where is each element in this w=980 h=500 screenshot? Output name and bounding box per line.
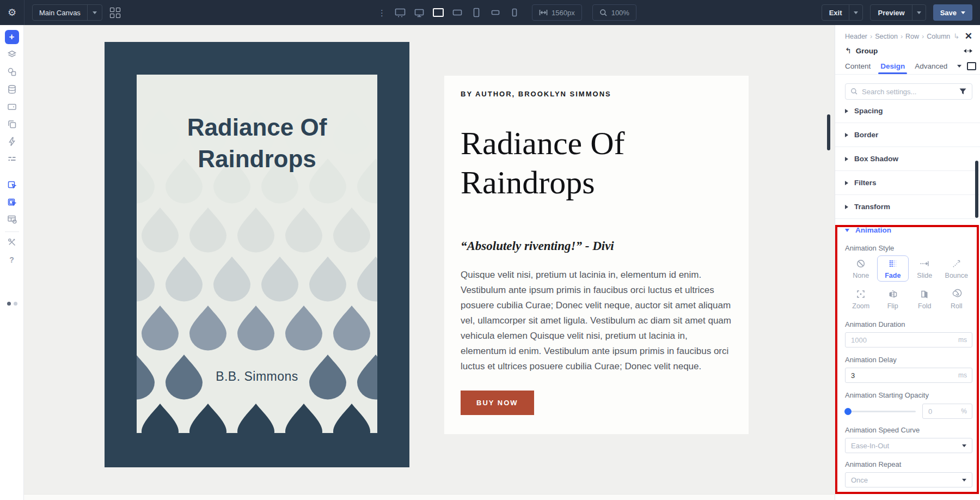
book-cover-module[interactable]: Radiance Of Raindrops B.B. Simmons <box>105 42 409 467</box>
breadcrumb-item-section[interactable]: Section <box>875 33 898 40</box>
search-input[interactable] <box>862 88 959 96</box>
canvas-selector-dropdown[interactable]: Main Canvas <box>32 4 102 21</box>
lightning-icon[interactable] <box>5 135 19 149</box>
chevron-down-icon <box>962 444 966 447</box>
device-desktop-large-icon[interactable] <box>393 4 407 21</box>
device-phone-portrait-icon[interactable] <box>507 4 522 21</box>
canvas-width-control[interactable]: 1560px <box>532 4 582 21</box>
zoom-control[interactable]: 100% <box>592 4 636 21</box>
fold-icon <box>919 289 930 300</box>
breadcrumb-item-row[interactable]: Row <box>905 33 919 40</box>
section-filters[interactable]: Filters <box>835 171 980 195</box>
preset-box-icon[interactable] <box>967 62 976 70</box>
opacity-input[interactable] <box>923 404 972 418</box>
breadcrumb-item-column[interactable]: Column <box>927 33 950 40</box>
builder-canvas: Radiance Of Raindrops B.B. Simmons BY AU… <box>24 25 835 500</box>
opacity-slider-thumb[interactable] <box>844 408 852 415</box>
review-quote[interactable]: “Absolutely riventing!” - Divi <box>461 239 732 253</box>
style-zoom-option[interactable]: Zoom <box>845 286 877 312</box>
opacity-slider[interactable] <box>845 411 916 412</box>
more-options-icon[interactable]: ⋮ <box>378 10 386 16</box>
settings-gear-icon[interactable]: ⚙ <box>0 7 24 19</box>
device-phone-landscape-icon[interactable] <box>488 4 503 21</box>
style-fade-option[interactable]: Fade <box>877 255 909 282</box>
window-scrollbar[interactable] <box>975 161 978 218</box>
tab-content[interactable]: Content <box>845 58 871 74</box>
tabs-more-chevron-icon[interactable] <box>957 65 961 68</box>
chevron-down-icon <box>962 479 966 481</box>
exit-button[interactable]: Exit <box>822 4 863 21</box>
chevron-right-icon <box>845 157 848 161</box>
close-icon[interactable]: ✕ <box>965 33 972 40</box>
style-bounce-option[interactable]: Bounce <box>941 255 973 282</box>
filter-funnel-icon[interactable] <box>959 88 967 95</box>
help-icon[interactable]: ? <box>5 253 19 267</box>
body-paragraph[interactable]: Quisque velit nisi, pretium ut lacinia i… <box>461 267 732 374</box>
panel-resize-icon[interactable] <box>964 47 972 54</box>
layout-grid-icon[interactable] <box>110 8 120 18</box>
speed-curve-value: Ease-In-Out <box>851 442 889 450</box>
device-tablet-landscape-icon[interactable] <box>450 4 464 21</box>
device-desktop-icon[interactable] <box>412 4 426 21</box>
section-transform[interactable]: Transform <box>835 195 980 219</box>
style-fold-option[interactable]: Fold <box>909 286 941 312</box>
breadcrumb-item-header[interactable]: Header <box>845 33 867 40</box>
exit-label: Exit <box>822 9 849 17</box>
tools-icon[interactable] <box>5 235 19 249</box>
animation-delay-field: ms <box>845 368 972 383</box>
breadcrumb-return-icon: ↳ <box>953 32 959 40</box>
device-current-selected-icon[interactable] <box>431 4 445 21</box>
flip-icon <box>887 289 898 300</box>
settings-accordion: Spacing Border Box Shadow Filters Transf… <box>835 105 980 487</box>
speed-curve-select[interactable]: Ease-In-Out <box>845 438 972 453</box>
page-title[interactable]: Radiance Of Raindrops <box>461 124 711 202</box>
table-settings-icon[interactable] <box>5 212 19 226</box>
bounce-icon <box>951 258 962 269</box>
style-none-option[interactable]: None <box>845 255 877 282</box>
device-tablet-portrait-icon[interactable] <box>469 4 483 21</box>
sidebar-pager-dots[interactable] <box>0 302 24 306</box>
settings-search <box>845 83 972 100</box>
animation-delay-label: Animation Delay <box>845 356 972 364</box>
add-module-button[interactable]: + <box>5 30 19 44</box>
preview-button[interactable]: Preview <box>870 4 926 21</box>
chevron-right-icon <box>845 133 848 137</box>
copy-pages-icon[interactable] <box>5 117 19 131</box>
field-card-icon[interactable] <box>5 100 19 114</box>
animation-duration-input[interactable] <box>846 333 972 347</box>
sidebar-divider <box>5 231 19 232</box>
buy-now-button[interactable]: BUY NOW <box>461 391 534 415</box>
tab-design[interactable]: Design <box>880 58 905 74</box>
tab-advanced[interactable]: Advanced <box>915 58 947 74</box>
shapes-icon[interactable] <box>5 65 19 79</box>
animation-delay-input[interactable] <box>846 368 972 382</box>
save-label: Save <box>940 9 957 17</box>
style-flip-option[interactable]: Flip <box>877 286 909 312</box>
section-border[interactable]: Border <box>835 123 980 147</box>
pager-dot[interactable] <box>14 302 17 306</box>
chevron-right-icon <box>845 205 848 209</box>
list-rows-icon[interactable] <box>5 152 19 166</box>
save-button[interactable]: Save <box>933 4 972 21</box>
section-spacing[interactable]: Spacing <box>835 105 980 123</box>
book-cover-author: B.B. Simmons <box>137 369 377 384</box>
interaction-select-icon[interactable] <box>5 177 19 191</box>
database-icon[interactable] <box>5 82 19 96</box>
group-header: ↰ Group <box>835 46 980 55</box>
author-eyebrow-text[interactable]: BY AUTHOR, BROOKLYN SIMMONS <box>461 90 732 98</box>
repeat-select[interactable]: Once <box>845 472 972 487</box>
book-cover-artwork: Radiance Of Raindrops B.B. Simmons <box>137 75 377 433</box>
pager-dot-active[interactable] <box>7 302 11 306</box>
width-arrows-icon <box>539 9 548 16</box>
section-animation[interactable]: Animation <box>835 219 980 241</box>
style-slide-option[interactable]: Slide <box>909 255 941 282</box>
animation-duration-label: Animation Duration <box>845 320 972 328</box>
none-icon <box>855 258 866 269</box>
style-roll-option[interactable]: Roll <box>941 286 973 312</box>
back-arrow-icon[interactable]: ↰ <box>845 46 852 55</box>
section-box-shadow[interactable]: Box Shadow <box>835 147 980 171</box>
interaction-select-alt-icon[interactable] <box>5 194 19 209</box>
panel-scrollbar[interactable] <box>827 114 830 150</box>
toolbar-divider <box>24 0 24 25</box>
layers-icon[interactable] <box>5 47 19 62</box>
